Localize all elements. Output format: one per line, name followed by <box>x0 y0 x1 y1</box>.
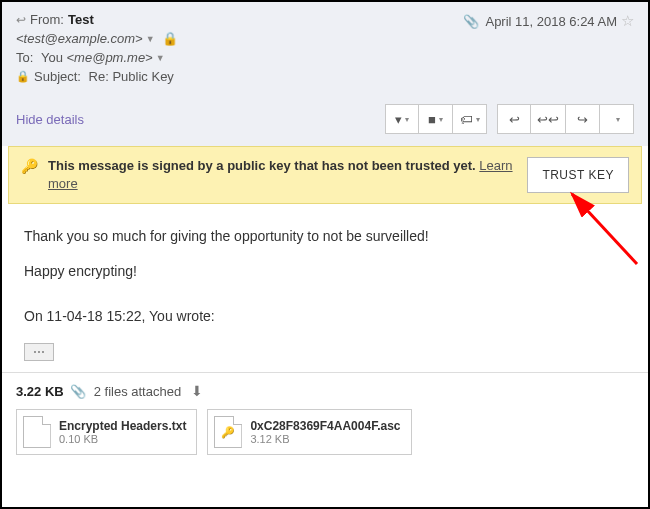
file-icon <box>23 416 51 448</box>
to-label: To: <box>16 50 33 65</box>
forward-icon: ↪ <box>577 112 588 127</box>
banner-text: This message is signed by a public key t… <box>48 157 517 193</box>
attachment-list: Encrypted Headers.txt 0.10 KB 🔑 0xC28F83… <box>2 409 648 469</box>
attachment-size: 0.10 KB <box>59 433 186 445</box>
folder-button[interactable]: ■▾ <box>419 104 453 134</box>
trust-key-button[interactable]: TRUST KEY <box>527 157 629 193</box>
subject-label: Subject: <box>34 69 81 84</box>
reply-all-button[interactable]: ↩↩ <box>531 104 566 134</box>
to-row[interactable]: To: You <me@pm.me> ▼ <box>16 50 634 65</box>
chevron-down-icon: ▾ <box>616 115 620 124</box>
quote-header: On 11-04-18 15:22, You wrote: <box>24 306 626 327</box>
lock-icon: 🔒 <box>162 31 178 46</box>
attachment-item[interactable]: Encrypted Headers.txt 0.10 KB <box>16 409 197 455</box>
paperclip-icon: 📎 <box>70 384 86 399</box>
attachments-summary: 3.22 KB 📎 2 files attached ⬇ <box>2 372 648 409</box>
email-header: ↩ From: Test <test@example.com> ▼ 🔒 📎 Ap… <box>2 2 648 96</box>
filter-button[interactable]: ▾▾ <box>385 104 419 134</box>
reply-button[interactable]: ↩ <box>497 104 531 134</box>
attachment-item[interactable]: 🔑 0xC28F8369F4AA004F.asc 3.12 KB <box>207 409 411 455</box>
to-name: You <box>41 50 63 65</box>
chevron-down-icon: ▼ <box>146 34 155 44</box>
key-file-icon: 🔑 <box>214 416 242 448</box>
folder-icon: ■ <box>428 112 436 127</box>
toolbar: Hide details ▾▾ ■▾ 🏷▾ ↩ ↩↩ ↪ ▾ <box>2 96 648 146</box>
subject-text: Re: Public Key <box>89 69 174 84</box>
total-size: 3.22 KB <box>16 384 64 399</box>
reply-icon: ↩ <box>16 13 26 27</box>
email-date: April 11, 2018 6:24 AM <box>485 14 617 29</box>
reply-icon: ↩ <box>509 112 520 127</box>
toolbar-buttons: ▾▾ ■▾ 🏷▾ ↩ ↩↩ ↪ ▾ <box>385 104 634 134</box>
attachment-size: 3.12 KB <box>250 433 400 445</box>
download-all-icon[interactable]: ⬇ <box>191 383 203 399</box>
chevron-down-icon: ▼ <box>156 53 165 63</box>
hide-details-link[interactable]: Hide details <box>16 112 84 127</box>
forward-button[interactable]: ↪ <box>566 104 600 134</box>
header-right: 📎 April 11, 2018 6:24 AM ☆ <box>463 12 634 30</box>
tag-icon: 🏷 <box>460 112 473 127</box>
banner-message: This message is signed by a public key t… <box>48 158 476 173</box>
more-actions-button[interactable]: ▾ <box>600 104 634 134</box>
from-email-row[interactable]: <test@example.com> ▼ 🔒 <box>16 31 634 46</box>
key-icon: 🔑 <box>21 158 38 174</box>
funnel-icon: ▾ <box>395 112 402 127</box>
expand-quote-button[interactable]: ⋯ <box>24 343 54 361</box>
tag-button[interactable]: 🏷▾ <box>453 104 487 134</box>
from-label: From: <box>30 12 64 27</box>
subject-row: 🔒 Subject: Re: Public Key <box>16 69 634 84</box>
body-line: Happy encrypting! <box>24 261 626 282</box>
from-email: <test@example.com> <box>16 31 143 46</box>
body-line: Thank you so much for giving the opportu… <box>24 226 626 247</box>
reply-all-icon: ↩↩ <box>537 112 559 127</box>
paperclip-icon: 📎 <box>463 14 479 29</box>
from-name: Test <box>68 12 94 27</box>
to-email: <me@pm.me> <box>67 50 153 65</box>
email-body: Thank you so much for giving the opportu… <box>2 204 648 372</box>
attachment-count: 2 files attached <box>94 384 181 399</box>
lock-icon: 🔒 <box>16 70 30 83</box>
star-icon[interactable]: ☆ <box>621 12 634 30</box>
trust-key-banner: 🔑 This message is signed by a public key… <box>8 146 642 204</box>
attachment-name: 0xC28F8369F4AA004F.asc <box>250 419 400 433</box>
attachment-name: Encrypted Headers.txt <box>59 419 186 433</box>
